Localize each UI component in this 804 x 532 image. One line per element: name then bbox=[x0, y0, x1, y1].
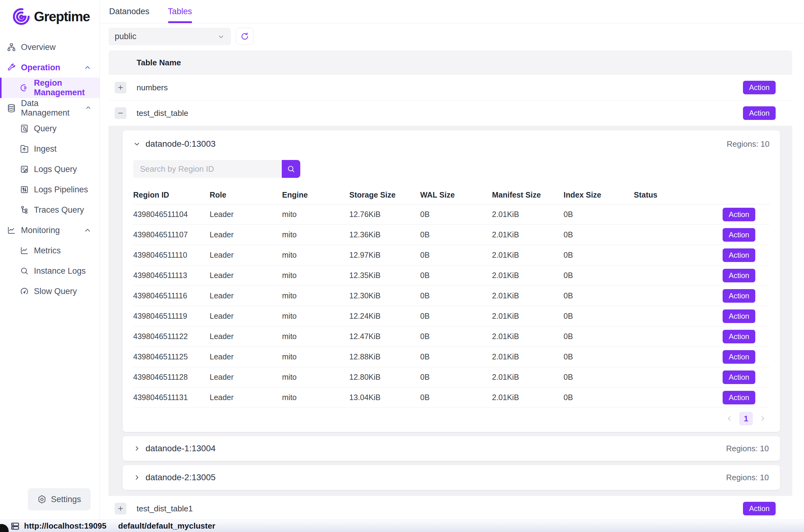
sidebar-item-slow-query[interactable]: Slow Query bbox=[0, 281, 100, 301]
engine: mito bbox=[282, 210, 349, 219]
sidebar-item-region-management[interactable]: Region Management bbox=[0, 78, 100, 98]
role: Leader bbox=[210, 230, 282, 239]
sidebar-item-data-management[interactable]: Data Management bbox=[0, 98, 100, 118]
cluster-name[interactable]: default/default_mycluster bbox=[118, 521, 215, 531]
index-size: 0B bbox=[563, 291, 634, 300]
tab-datanodes[interactable]: Datanodes bbox=[109, 0, 150, 23]
region-search-input[interactable] bbox=[133, 160, 282, 178]
sidebar-item-label: Ingest bbox=[34, 144, 57, 154]
document-search-icon bbox=[20, 124, 29, 133]
sidebar-item-instance-logs[interactable]: Instance Logs bbox=[0, 261, 100, 281]
sliders-icon bbox=[20, 185, 29, 194]
wal-size: 0B bbox=[420, 251, 492, 260]
ingest-folder-icon bbox=[20, 144, 29, 153]
settings-button[interactable]: Settings bbox=[28, 488, 91, 510]
sidebar-item-overview[interactable]: Overview bbox=[0, 37, 100, 57]
region-action-button[interactable]: Action bbox=[723, 391, 755, 404]
region-action-button[interactable]: Action bbox=[723, 208, 755, 221]
content-scroll-area: public Table Name numbers Action bbox=[100, 23, 804, 520]
role: Leader bbox=[210, 271, 282, 280]
wal-size: 0B bbox=[420, 230, 492, 239]
role: Leader bbox=[210, 332, 282, 341]
region-action-button[interactable]: Action bbox=[723, 309, 755, 323]
sidebar-item-traces-query[interactable]: Traces Query bbox=[0, 200, 100, 220]
region-action-button[interactable]: Action bbox=[723, 228, 755, 242]
wal-size: 0B bbox=[420, 210, 492, 219]
column-header-engine: Engine bbox=[282, 190, 349, 200]
manifest-size: 2.01KiB bbox=[492, 332, 563, 341]
sidebar-item-ingest[interactable]: Ingest bbox=[0, 139, 100, 159]
engine: mito bbox=[282, 352, 349, 361]
refresh-icon bbox=[241, 32, 249, 41]
brand-logo[interactable]: Greptime bbox=[0, 0, 100, 28]
pagination-prev-icon[interactable] bbox=[726, 415, 733, 422]
sidebar-item-label: Monitoring bbox=[21, 226, 60, 235]
region-row: 4398046511128 Leader mito 12.80KiB 0B 2.… bbox=[133, 367, 769, 387]
tab-tables[interactable]: Tables bbox=[168, 0, 192, 23]
wal-size: 0B bbox=[420, 352, 492, 361]
sidebar-item-label: Logs Pipelines bbox=[34, 185, 88, 194]
search-icon bbox=[20, 266, 29, 276]
manifest-size: 2.01KiB bbox=[492, 210, 563, 219]
action-button[interactable]: Action bbox=[743, 81, 776, 94]
chevron-up-icon bbox=[85, 104, 92, 112]
action-button[interactable]: Action bbox=[743, 106, 776, 120]
region-action-button[interactable]: Action bbox=[723, 350, 755, 364]
datanode-0-header[interactable]: datanode-0:13003 Regions: 10 bbox=[133, 138, 769, 150]
wal-size: 0B bbox=[420, 332, 492, 341]
sidebar-item-operation[interactable]: Operation bbox=[0, 57, 100, 78]
sidebar-item-monitoring[interactable]: Monitoring bbox=[0, 220, 100, 241]
manifest-size: 2.01KiB bbox=[492, 393, 563, 402]
sidebar-spacer bbox=[0, 301, 100, 488]
sidebar-item-logs-query[interactable]: Logs Query bbox=[0, 159, 100, 179]
role: Leader bbox=[210, 352, 282, 361]
storage-size: 12.80KiB bbox=[349, 373, 420, 382]
region-action-button[interactable]: Action bbox=[723, 330, 755, 343]
region-action-button[interactable]: Action bbox=[723, 370, 755, 384]
role: Leader bbox=[210, 291, 282, 300]
role: Leader bbox=[210, 251, 282, 260]
role: Leader bbox=[210, 373, 282, 382]
refresh-button[interactable] bbox=[236, 28, 253, 45]
datanode-0-card: datanode-0:13003 Regions: 10 Region ID R… bbox=[123, 130, 780, 432]
pagination-next-icon[interactable] bbox=[759, 415, 766, 422]
sidebar-item-logs-pipelines[interactable]: Logs Pipelines bbox=[0, 179, 100, 200]
table-row-test-dist-table1: test_dist_table1 Action bbox=[109, 496, 792, 520]
datanode-1-card[interactable]: datanode-1:13004 Regions: 10 bbox=[123, 436, 780, 461]
action-button[interactable]: Action bbox=[743, 502, 776, 515]
engine: mito bbox=[282, 332, 349, 341]
table-name-column-header: Table Name bbox=[137, 58, 181, 68]
metrics-chart-icon bbox=[20, 246, 29, 255]
database-select[interactable]: public bbox=[109, 28, 231, 45]
trace-tree-icon bbox=[20, 205, 29, 214]
main-content: Datanodes Tables public Table Name bbox=[100, 0, 804, 520]
storage-size: 12.36KiB bbox=[349, 230, 420, 239]
collapse-minus-button[interactable] bbox=[115, 107, 127, 119]
index-size: 0B bbox=[563, 311, 634, 321]
minus-icon bbox=[117, 110, 124, 116]
region-search bbox=[133, 160, 769, 178]
datanode-title: datanode-0:13003 bbox=[146, 139, 215, 149]
manifest-size: 2.01KiB bbox=[492, 251, 563, 260]
wrench-icon bbox=[7, 63, 16, 72]
brand-name: Greptime bbox=[34, 9, 90, 24]
region-row: 4398046511113 Leader mito 12.35KiB 0B 2.… bbox=[133, 265, 769, 286]
sidebar-item-label: Traces Query bbox=[34, 205, 84, 215]
region-id: 4398046511104 bbox=[133, 210, 210, 219]
role: Leader bbox=[210, 311, 282, 321]
corner-overlay-dot bbox=[0, 524, 8, 532]
expand-plus-button[interactable] bbox=[115, 82, 127, 93]
region-action-button[interactable]: Action bbox=[723, 269, 755, 282]
sidebar-item-query[interactable]: Query bbox=[0, 118, 100, 139]
pagination-page-1[interactable]: 1 bbox=[739, 412, 753, 425]
region-search-button[interactable] bbox=[282, 160, 300, 178]
region-action-button[interactable]: Action bbox=[723, 248, 755, 262]
sidebar-item-label: Operation bbox=[21, 63, 60, 72]
region-action-button[interactable]: Action bbox=[723, 289, 755, 303]
expand-plus-button[interactable] bbox=[115, 503, 127, 514]
datanode-2-card[interactable]: datanode-2:13005 Regions: 10 bbox=[123, 465, 780, 490]
plus-icon bbox=[117, 84, 124, 91]
sidebar-item-metrics[interactable]: Metrics bbox=[0, 241, 100, 261]
sidebar-item-label: Overview bbox=[21, 42, 56, 52]
server-url[interactable]: http://localhost:19095 bbox=[24, 521, 107, 531]
